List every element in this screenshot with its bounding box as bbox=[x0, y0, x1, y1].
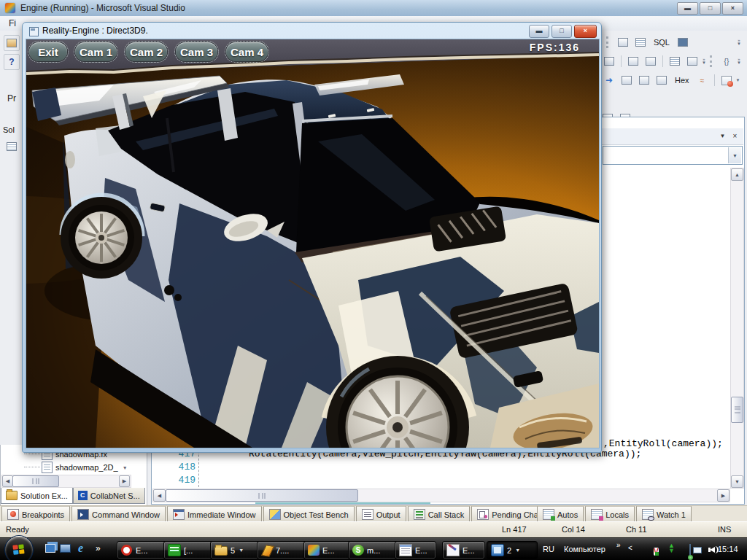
size-to-grid-icon[interactable] bbox=[684, 53, 700, 69]
taskbar-button-image-editor[interactable]: E... bbox=[442, 541, 485, 559]
language-indicator[interactable]: RU bbox=[543, 545, 554, 553]
network-icon[interactable] bbox=[689, 544, 691, 558]
taskbar-button-notepad[interactable]: E... bbox=[395, 541, 436, 559]
scroll-up-icon[interactable]: ▲ bbox=[731, 168, 743, 181]
tray-chevron[interactable]: » bbox=[616, 541, 621, 549]
scroll-right-icon[interactable]: ▶ bbox=[717, 489, 729, 502]
document-list-dropdown-icon[interactable]: ▼ bbox=[717, 131, 728, 141]
menu-file-fragment[interactable]: Fi bbox=[9, 18, 16, 28]
tab-locals[interactable]: Locals bbox=[585, 506, 635, 523]
scrollbar-thumb[interactable] bbox=[166, 489, 358, 502]
vba32-icon[interactable]: V bbox=[654, 548, 659, 556]
scroll-down-icon[interactable]: ▼ bbox=[731, 475, 743, 488]
line-number: 418 bbox=[174, 462, 196, 472]
collabnet-icon: C bbox=[78, 491, 88, 500]
taskbar-button-opera[interactable]: E... bbox=[117, 541, 169, 559]
tab-watch-1[interactable]: Watch 1 bbox=[636, 506, 692, 523]
toolbar-dropdown-icon[interactable]: ▼ bbox=[736, 79, 740, 82]
vs-close-button[interactable]: × bbox=[722, 2, 743, 15]
align-center-icon[interactable] bbox=[601, 53, 617, 69]
step-out-icon[interactable] bbox=[636, 72, 652, 88]
vs-restore-button[interactable]: □ bbox=[700, 2, 721, 15]
tab-output[interactable]: Output bbox=[356, 506, 406, 523]
taskbar-button-card[interactable]: [... bbox=[163, 541, 216, 559]
engine-titlebar[interactable]: Reality-Engine : Direct3D9. ▬ □ × bbox=[23, 23, 601, 39]
tab-solution-explorer[interactable]: Solution Ex... bbox=[1, 488, 73, 504]
step-into-icon[interactable] bbox=[619, 72, 635, 88]
vs-window-title: Engine (Running) - Microsoft Visual Stud… bbox=[20, 3, 185, 13]
editor-vertical-scrollbar[interactable]: ▲ ▼ bbox=[730, 168, 744, 489]
taskbar-button-green-s[interactable]: S m... bbox=[348, 541, 400, 559]
clipboard-icon[interactable] bbox=[4, 35, 20, 51]
3d-viewport-scene[interactable] bbox=[26, 39, 599, 448]
member-navigation-combo[interactable]: ▼ bbox=[603, 146, 743, 165]
cam-1-button[interactable]: Cam 1 bbox=[75, 42, 117, 61]
switch-windows-icon[interactable] bbox=[44, 542, 56, 554]
engine-minimize-button[interactable]: ▬ bbox=[529, 25, 549, 38]
combo-dropdown-icon[interactable]: ▼ bbox=[728, 147, 741, 163]
scroll-right-icon[interactable]: ▶ bbox=[119, 475, 130, 487]
toolbar-overflow-icon[interactable]: »▼ bbox=[737, 58, 741, 65]
continue-icon[interactable]: ➜ bbox=[601, 72, 617, 88]
cam-3-button[interactable]: Cam 3 bbox=[176, 42, 217, 61]
tab-autos[interactable]: Autos bbox=[537, 506, 584, 523]
tree-horizontal-scrollbar[interactable]: ◀ ▶ bbox=[1, 475, 131, 488]
scrollbar-thumb[interactable] bbox=[731, 397, 743, 423]
start-button[interactable] bbox=[4, 535, 34, 560]
help-icon[interactable]: ? bbox=[4, 54, 20, 70]
vs-minimize-button[interactable]: ▬ bbox=[677, 2, 698, 15]
tab-immediate-window[interactable]: Immediate Window bbox=[167, 506, 262, 523]
clock[interactable]: 15:14 bbox=[718, 545, 738, 553]
spacing-vertical-icon[interactable] bbox=[643, 53, 659, 69]
taskbar-button-archive[interactable]: 7.... bbox=[257, 541, 309, 559]
toolbar-overflow-icon[interactable]: »▼ bbox=[702, 58, 706, 65]
tab-call-stack[interactable]: Call Stack bbox=[408, 506, 471, 523]
engine-maximize-button[interactable]: □ bbox=[551, 25, 572, 38]
scrollbar-thumb[interactable] bbox=[12, 475, 59, 487]
spacing-horizontal-icon[interactable] bbox=[625, 53, 641, 69]
table-dark-icon[interactable] bbox=[675, 34, 691, 50]
tab-breakpoints[interactable]: Breakpoints bbox=[1, 506, 70, 523]
status-line: Ln 417 bbox=[502, 525, 527, 534]
internet-explorer-icon[interactable]: e bbox=[74, 542, 87, 554]
tray-collapse-icon[interactable]: < bbox=[628, 544, 632, 552]
network-activity-icon[interactable]: ▲▼ bbox=[668, 543, 675, 553]
3d-viewport[interactable]: Exit Cam 1 Cam 2 Cam 3 Cam 4 FPS:136 bbox=[26, 39, 600, 448]
brace-format-icon[interactable]: {} bbox=[719, 53, 735, 69]
solution-explorer-toolbar-icon[interactable] bbox=[4, 139, 20, 155]
taskbar-button-folder-group[interactable]: 5▼ bbox=[210, 541, 263, 559]
toolbar-grip[interactable] bbox=[606, 36, 611, 48]
sql-icon[interactable]: SQL bbox=[650, 34, 673, 50]
archive-icon bbox=[261, 545, 273, 556]
toolbar-overflow-icon[interactable]: »▼ bbox=[737, 39, 741, 46]
tab-collabnet[interactable]: C CollabNet S... bbox=[73, 488, 145, 504]
tab-command-window[interactable]: Command Window bbox=[71, 506, 166, 523]
hex-toggle[interactable]: Hex bbox=[671, 72, 693, 88]
table-icon[interactable] bbox=[632, 34, 649, 50]
same-size-icon[interactable] bbox=[667, 53, 683, 69]
scroll-left-icon[interactable]: ◀ bbox=[2, 475, 13, 487]
show-windows-icon[interactable] bbox=[719, 72, 735, 88]
pending-changes-icon bbox=[477, 509, 489, 520]
group-dropdown-icon[interactable]: ▼ bbox=[239, 548, 244, 553]
tab-object-test-bench[interactable]: Object Test Bench bbox=[263, 506, 355, 523]
vs-titlebar[interactable]: Engine (Running) - Microsoft Visual Stud… bbox=[0, 0, 747, 17]
scroll-left-icon[interactable]: ◀ bbox=[153, 489, 166, 502]
step-over-icon[interactable] bbox=[654, 72, 670, 88]
show-desktop-icon[interactable] bbox=[59, 542, 71, 554]
document-close-icon[interactable]: × bbox=[729, 131, 740, 141]
engine-window[interactable]: Reality-Engine : Direct3D9. ▬ □ × bbox=[22, 22, 602, 453]
taskbar-button-visual-studio[interactable]: E... bbox=[303, 541, 354, 559]
exit-button[interactable]: Exit bbox=[29, 42, 67, 61]
computer-toolbar-label[interactable]: Компьютер bbox=[564, 545, 605, 553]
tree-item[interactable]: shadowmap_2D_ ▼ bbox=[1, 461, 147, 474]
taskbar-button-window-group[interactable]: 2▼ bbox=[487, 541, 538, 559]
diagram-icon[interactable] bbox=[615, 34, 631, 50]
breakpoint-wave-icon[interactable]: ≈ bbox=[694, 72, 711, 88]
engine-close-button[interactable]: × bbox=[574, 25, 597, 38]
cam-2-button[interactable]: Cam 2 bbox=[125, 42, 167, 61]
editor-horizontal-scrollbar[interactable]: ◀ ▶ bbox=[152, 489, 730, 502]
group-dropdown-icon[interactable]: ▼ bbox=[515, 548, 520, 553]
cam-4-button[interactable]: Cam 4 bbox=[226, 42, 268, 61]
quick-launch-chevron[interactable]: » bbox=[96, 543, 101, 553]
